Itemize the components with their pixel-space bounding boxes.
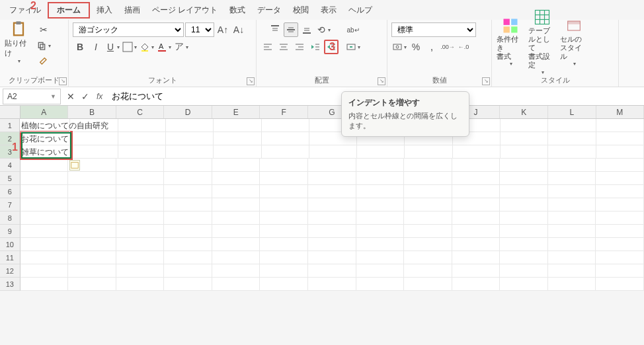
cell[interactable] [308,238,356,251]
cell[interactable] [548,172,596,185]
cancel-formula-button[interactable]: ✕ [63,91,78,102]
number-launcher[interactable]: ↘ [482,77,490,85]
cell[interactable] [214,119,261,132]
align-center-button[interactable] [276,40,291,54]
cell[interactable] [404,198,452,211]
cell[interactable] [452,278,501,291]
cell[interactable] [260,278,308,291]
cell[interactable] [166,145,214,159]
cell[interactable] [596,238,644,251]
cell[interactable] [356,278,405,291]
row-header[interactable]: 13 [0,278,20,291]
row-header[interactable]: 11 [0,251,20,264]
cell[interactable] [308,185,356,198]
cell[interactable] [116,225,165,238]
align-right-button[interactable] [292,40,307,54]
font-color-button[interactable]: A [156,40,172,54]
cell[interactable] [118,145,166,159]
cell[interactable] [262,119,309,132]
cell[interactable] [404,185,452,198]
cell[interactable] [164,185,212,198]
cell[interactable] [500,251,548,264]
row-header[interactable]: 6 [0,185,20,198]
cell[interactable] [260,159,308,172]
cell[interactable] [260,185,308,198]
col-header[interactable]: F [260,106,308,118]
cell[interactable] [596,145,644,159]
increase-decimal-button[interactable]: .00→ [440,40,455,54]
row-header[interactable]: 8 [0,211,20,225]
cell[interactable] [164,159,212,172]
cell[interactable] [308,159,356,172]
font-launcher[interactable]: ↘ [247,77,255,85]
cell[interactable] [356,172,405,185]
enter-formula-button[interactable]: ✓ [78,91,93,102]
cell[interactable] [548,185,596,198]
cell[interactable] [116,185,165,198]
cell[interactable] [164,251,212,264]
cell[interactable] [262,132,309,145]
cell[interactable] [548,132,596,145]
cell[interactable] [116,238,165,251]
col-header[interactable]: D [164,106,212,118]
cell[interactable] [212,225,261,238]
cell[interactable] [548,211,596,225]
cell[interactable] [596,185,644,198]
orientation-button[interactable]: ⟲ [315,22,331,37]
decrease-font-button[interactable]: A↓ [231,22,246,37]
cell[interactable] [548,251,596,264]
cell[interactable] [596,211,644,225]
cell[interactable] [20,264,69,278]
cell[interactable] [116,251,165,264]
cell[interactable] [596,132,644,145]
cell[interactable] [164,278,212,291]
align-top-button[interactable] [268,22,282,37]
cell[interactable] [500,211,548,225]
cell[interactable] [356,251,405,264]
cell[interactable] [452,198,501,211]
cell[interactable] [308,211,356,225]
cell[interactable] [68,225,116,238]
tab-review[interactable]: 校閲 [288,2,314,19]
cell[interactable] [260,225,308,238]
cell[interactable] [260,264,308,278]
cell[interactable] [404,264,452,278]
cell[interactable] [548,198,596,211]
cell[interactable] [308,172,356,185]
cell[interactable] [212,264,261,278]
copy-button[interactable] [36,38,52,53]
col-header[interactable]: L [548,106,596,118]
cell[interactable] [452,211,501,225]
italic-button[interactable]: I [89,40,103,54]
cell[interactable] [212,172,261,185]
cell[interactable] [500,238,548,251]
cell[interactable] [70,132,118,145]
cell[interactable] [548,119,596,132]
cell[interactable] [500,278,548,291]
cell[interactable] [20,185,69,198]
font-size-select[interactable]: 11 [185,22,214,37]
cell[interactable] [262,145,309,159]
cell[interactable] [68,211,116,225]
cell[interactable] [308,251,356,264]
cell[interactable] [404,238,452,251]
cell[interactable] [68,238,116,251]
cell[interactable] [405,145,452,159]
cell[interactable] [404,225,452,238]
cell[interactable] [20,225,69,238]
cell[interactable] [212,238,261,251]
row-header[interactable]: 12 [0,264,20,278]
cell[interactable] [501,145,548,159]
cell[interactable] [500,159,548,172]
cell[interactable] [118,132,166,145]
format-as-table-button[interactable]: テーブルとして書式設定 [528,22,557,61]
cell[interactable] [260,251,308,264]
merge-button[interactable] [345,40,361,54]
tab-formulas[interactable]: 数式 [224,2,251,19]
cell[interactable] [164,238,212,251]
tab-insert[interactable]: 挿入 [91,2,118,19]
cell[interactable] [500,264,548,278]
row-header[interactable]: 4 [0,159,20,172]
cell[interactable] [356,198,405,211]
cell[interactable] [212,198,261,211]
